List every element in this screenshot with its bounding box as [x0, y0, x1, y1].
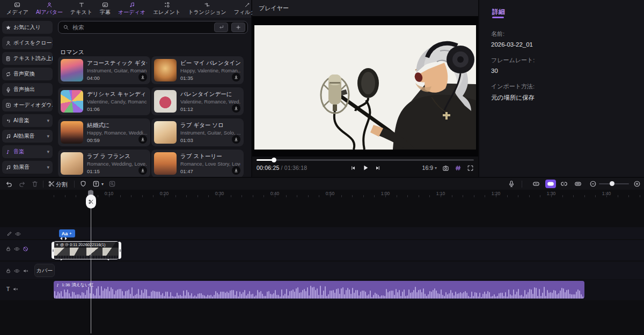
text-track-icon[interactable]: T [6, 286, 10, 292]
ruler-minor-tick [98, 195, 98, 197]
next-frame-button[interactable] [375, 165, 380, 171]
enter-button[interactable] [214, 23, 228, 32]
lock-icon[interactable] [5, 268, 11, 274]
music-card[interactable]: ビー マイ バレンタイン Happy, Valentine, Roman... … [151, 56, 244, 84]
download-button[interactable] [138, 135, 147, 144]
edit-icon[interactable] [6, 231, 12, 237]
text-clip-handle-right[interactable] [65, 237, 67, 240]
download-button[interactable] [232, 135, 240, 144]
split-icon[interactable] [48, 180, 55, 188]
tab-media[interactable]: メディア [3, 1, 32, 17]
tab-transition[interactable]: トランジション [185, 1, 230, 17]
audio-clip[interactable]: 1:36 消えない虹 [54, 281, 584, 299]
zoom-tool-button[interactable] [108, 180, 116, 188]
sidebar-item-ai-sfx[interactable]: AI効果音▾ [2, 130, 53, 143]
tab-captions[interactable]: 字幕 [97, 1, 114, 17]
fullscreen-button[interactable] [467, 165, 474, 172]
music-card[interactable]: バレンタインデーに Valentine, Romance, Wed... 01:… [151, 87, 244, 115]
search-input[interactable] [72, 24, 211, 31]
ruler-minor-tick [628, 195, 629, 197]
track-tags: Romance, Wedding, Love... [87, 161, 147, 167]
eye-icon[interactable] [15, 231, 21, 237]
mute-icon[interactable] [12, 286, 18, 292]
cover-button[interactable]: カバー [34, 264, 55, 277]
sidebar-item-text-to-speech[interactable]: テキスト読み上げ [2, 52, 53, 65]
tab-audio[interactable]: オーディオ [115, 1, 149, 17]
redo-button[interactable] [18, 180, 26, 188]
sidebar-item-audio-extract[interactable]: 音声抽出 [2, 83, 53, 96]
magnetic-snap-button[interactable] [545, 180, 556, 188]
sidebar-item-voice-change[interactable]: 音声変換 [2, 68, 53, 80]
text-clip-handle-left[interactable] [60, 237, 62, 240]
tab-elements[interactable]: エレメント [150, 1, 184, 17]
video-clip-header: @ 0:11 2026022116(1) [54, 242, 119, 248]
text-clip[interactable]: Aa [59, 229, 75, 237]
aspect-ratio-selector[interactable]: 16:9▾ [422, 165, 437, 171]
tab-ai-avatar[interactable]: AIアバター [33, 1, 66, 17]
mute-icon[interactable] [23, 246, 28, 252]
record-voiceover-button[interactable] [508, 180, 515, 188]
download-button[interactable] [138, 166, 147, 175]
sidebar-label: オーディオダウ... [13, 101, 53, 109]
sidebar-item-ai-music[interactable]: AI音楽▾ [2, 114, 53, 127]
track-title: ラブ ラ フランス [87, 153, 147, 160]
download-button[interactable] [232, 73, 240, 81]
tab-text[interactable]: テキスト [67, 1, 96, 17]
sidebar-item-sfx[interactable]: 効果音▾ [2, 161, 53, 174]
split-button-label[interactable]: 分割 [56, 181, 68, 189]
ruler-minor-tick [286, 195, 287, 197]
prev-frame-button[interactable] [350, 165, 356, 171]
chevron-down-icon: ▾ [435, 166, 437, 170]
music-card[interactable]: ラブ ギター ソロ Instrument, Guitar, Solo, ... … [151, 118, 244, 146]
timeline-zoom-slider[interactable] [599, 183, 629, 184]
fit-timeline-button[interactable] [574, 180, 582, 188]
playhead-split-button[interactable] [86, 195, 96, 209]
ruler-tick-label: 0:40 [270, 191, 280, 196]
video-clip[interactable]: @ 0:11 2026022116(1) [54, 242, 119, 259]
text-tool-button[interactable] [92, 180, 100, 188]
lock-icon[interactable] [5, 246, 11, 252]
unlink-clips-button[interactable] [560, 180, 568, 188]
track-duration: 00:59 [87, 137, 100, 143]
sidebar-item-audio-download[interactable]: オーディオダウ... [2, 99, 53, 111]
download-button[interactable] [232, 104, 240, 113]
sidebar-item-music[interactable]: 音楽▾ [2, 145, 53, 158]
music-card[interactable]: ラブ ラ フランス Romance, Wedding, Love... 01:1… [58, 150, 150, 177]
music-card[interactable]: アコースティック ギター Instrument, Guitar, Roman..… [58, 56, 150, 84]
music-card[interactable]: 結婚式に Happy, Romance, Weddi... 00:59 [58, 118, 150, 146]
eye-icon[interactable] [14, 246, 20, 252]
mute-icon[interactable] [23, 268, 28, 274]
ruler-minor-tick [429, 195, 430, 197]
mask-icon[interactable] [79, 180, 87, 188]
video-clip-trim-right[interactable] [119, 242, 121, 259]
star-icon [5, 25, 11, 31]
snapshot-button[interactable] [442, 165, 449, 172]
download-icon [140, 168, 145, 173]
media-tabs: メディア AIアバター テキスト 字幕 オーディオ エレメント トランジション … [0, 0, 251, 18]
download-button[interactable] [232, 166, 240, 175]
chevron-down-icon: ▾ [47, 165, 49, 170]
delete-button[interactable] [31, 180, 39, 188]
tab-details[interactable]: 詳細 [491, 5, 506, 21]
eye-icon[interactable] [14, 268, 20, 274]
sidebar-item-voice-clone[interactable]: ボイスをクローン [2, 36, 53, 49]
chevron-down-icon[interactable]: ▾ [101, 182, 104, 187]
ai-search-button[interactable] [231, 23, 245, 32]
video-clip-name: 2026022116(1) [78, 242, 105, 247]
zoom-in-button[interactable] [633, 180, 641, 188]
music-card[interactable]: デリシャス キャンディ Valentine, Candy, Romanc... … [58, 87, 150, 115]
sidebar-label: AI効果音 [13, 132, 34, 140]
zoom-out-button[interactable] [589, 180, 597, 188]
link-clips-button[interactable] [532, 180, 540, 188]
download-button[interactable] [138, 73, 147, 81]
music-card[interactable]: ラブ ストーリー Romance, Love Story, Love 01:47 [151, 150, 244, 177]
sidebar-item-favorites[interactable]: お気に入り [2, 21, 53, 34]
play-button[interactable] [362, 164, 369, 172]
sidebar-label: テキスト読み上げ [13, 55, 53, 62]
zoom-slider-handle[interactable] [610, 181, 614, 186]
video-preview[interactable] [254, 25, 476, 150]
timeline-ruler[interactable]: 0:100:200:300:400:501:001:101:201:301:40 [0, 190, 644, 198]
video-clip-trim-left[interactable] [52, 242, 54, 259]
undo-button[interactable] [5, 180, 13, 188]
grid-toggle-button[interactable] [455, 165, 462, 172]
